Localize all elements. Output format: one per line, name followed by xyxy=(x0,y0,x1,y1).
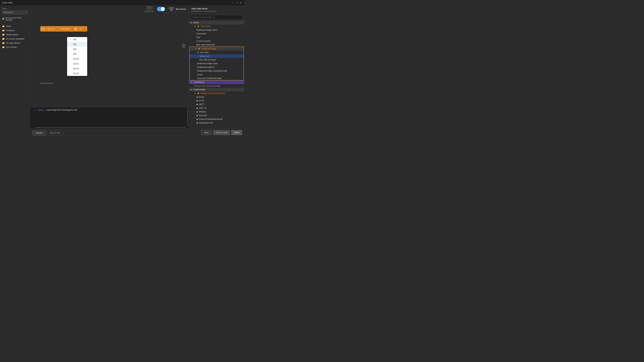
peakboard-edge-name-item[interactable]: Peakboard Edge name xyxy=(189,28,244,32)
code-inner: 1 local _ = data.EdgeTest.TestEdge01.IN0 xyxy=(30,107,189,129)
publish-external-item[interactable]: ▼ ⚡ Publish to external systems xyxy=(189,91,244,95)
nav-item-for-controls[interactable]: 📁 For controls xyxy=(0,45,30,49)
data-section-arrow: ▼ xyxy=(191,22,192,24)
port-arrow-icon: ▼ xyxy=(83,28,84,30)
port-dropdown[interactable]: IN0 ▼ xyxy=(78,27,85,30)
peakboard-edge-name2-item[interactable]: Peakboard Edge name xyxy=(190,62,244,65)
peakboard-edge-name-label: Peakboard Edge name xyxy=(196,29,217,31)
test-edge01-dropdown[interactable]: TestEdge01 ▼ xyxy=(59,27,73,30)
get-value-item[interactable]: ▼ Get value xyxy=(190,51,244,54)
connected-item[interactable]: Connected xyxy=(189,32,244,35)
center-panel: </> Script Mode Block Mode xyxy=(30,5,189,137)
modbus-bullet: ◆ xyxy=(196,111,198,113)
mqtt-item[interactable]: ◆ MQTT xyxy=(189,103,244,106)
get-by-port-label: Get by port xyxy=(200,55,209,57)
peakboard-edge-arrow: ▼ xyxy=(195,48,197,50)
get-usb-text-input-item[interactable]: Get USB text input xyxy=(190,58,244,62)
save-close-button[interactable]: Save & close xyxy=(213,130,230,135)
blocks-xml-button[interactable]: Blocks XML xyxy=(47,130,63,135)
dropdown-item-in1[interactable]: IN1 xyxy=(67,42,87,47)
mode-toggle[interactable] xyxy=(157,7,165,11)
title-bar: Script editor ─ □ ✕ xyxy=(0,0,244,5)
canvas-scrollbar-h[interactable] xyxy=(40,83,54,84)
nav-item-timer[interactable]: 📁 Timer xyxy=(0,24,30,28)
dropdown-item-out2[interactable]: OUT2 xyxy=(67,66,87,71)
nav-item-timer-label: Timer xyxy=(6,25,11,27)
this-event-item[interactable]: ▼ ⚡ This Event xyxy=(189,24,244,28)
block-mode-button[interactable]: Block Mode xyxy=(168,6,186,11)
validate-button[interactable]: Validate xyxy=(32,130,46,135)
nav-item-functions[interactable]: 📁 Functions xyxy=(0,28,30,32)
opc-ua-item[interactable]: ◆ OPC UA xyxy=(189,106,244,110)
was-value-refreshed-item[interactable]: Was value refreshed xyxy=(189,43,244,46)
save-button[interactable]: Save xyxy=(201,130,212,135)
folder-icon: 📁 xyxy=(2,42,5,44)
execute-checkbox[interactable] xyxy=(2,17,4,20)
dropdown-item-in3[interactable]: IN3 xyxy=(67,52,87,56)
canvas-area[interactable]: on EdgeTest ▼ TestEdge01 ▼ get IN0 ▼ xyxy=(30,13,189,107)
close-button-footer[interactable]: Close xyxy=(231,130,242,135)
script-mode-label: Script Mode xyxy=(145,10,154,12)
svg-rect-0 xyxy=(169,7,171,9)
block-on-label: on xyxy=(42,28,44,30)
loop-over-peakboard-edge-item[interactable]: Loop over Peakboard Edge xyxy=(190,76,244,80)
dropdown-item-out0[interactable]: OUT0 xyxy=(67,56,87,61)
edge-test-dropdown[interactable]: EdgeTest ▼ xyxy=(45,27,58,30)
peakboard-edge-id-item[interactable]: Peakboard Edge ID xyxy=(190,65,244,69)
screen1-item[interactable]: Screen1 (No named controls) xyxy=(189,84,244,88)
code-scrollbar-v[interactable] xyxy=(187,108,188,126)
peakboard-edge-connection-state-item[interactable]: Peakboard Edge connection state xyxy=(190,69,244,73)
folder-icon: 📁 xyxy=(2,33,5,36)
type-input[interactable] xyxy=(2,10,28,14)
get-by-port-item[interactable]: Get by port xyxy=(190,54,244,58)
script-mode-button[interactable]: </> Script Mode xyxy=(145,6,154,12)
external-peakboard-boxes-label: External Peakboard Boxes xyxy=(199,118,223,120)
external-peakboard-boxes-item[interactable]: ◆ External Peakboard Boxes xyxy=(189,117,244,121)
rockwell-item[interactable]: ◆ Rockwell xyxy=(189,114,244,117)
in-and-out-ports-label: In and out ports xyxy=(196,40,210,42)
lightning-icon: ⚡ xyxy=(197,25,200,27)
maximize-button[interactable]: □ xyxy=(236,1,238,4)
code-keyword-local: local xyxy=(38,109,43,111)
peakboard-hub-bullet: ◆ xyxy=(196,122,198,124)
peakboard-edge-item[interactable]: ▼ ⚡ Peakboard Edge xyxy=(190,47,244,51)
close-button[interactable]: ✕ xyxy=(240,1,242,4)
dropdown-in0-label: IN0 xyxy=(73,38,76,41)
nav-item-functions-label: Functions xyxy=(6,29,15,32)
block-node[interactable]: on EdgeTest ▼ TestEdge01 ▼ get IN0 ▼ xyxy=(40,26,87,31)
peakboard-hub-item[interactable]: ◆ Peakboard Hub xyxy=(189,121,244,125)
dropdown-item-out3[interactable]: OUT3 xyxy=(67,71,87,76)
trash-icon[interactable]: 🗑 xyxy=(182,43,186,48)
test-edge01-arrow-icon: ▼ xyxy=(71,28,72,30)
nav-item-on-screen-activation[interactable]: 📁 On screen activation xyxy=(0,37,30,41)
add-code-block-sub: Doubleclick on control to add it xyxy=(191,10,242,12)
type-section: Type xyxy=(0,5,30,16)
nav-item-global-events[interactable]: 📁 Global events xyxy=(0,32,30,37)
minimize-button[interactable]: ─ xyxy=(232,1,234,4)
email-item[interactable]: ◆ Email xyxy=(189,95,244,99)
dropdown-out3-label: OUT3 xyxy=(73,72,79,75)
rockwell-bullet: ◆ xyxy=(196,114,198,117)
dropdown-item-in0[interactable]: ✓ IN0 xyxy=(67,37,87,42)
search-input[interactable] xyxy=(191,15,242,19)
svg-rect-1 xyxy=(172,7,174,9)
nav-section: 📁 Timer 📁 Functions 📁 Global events 📁 On… xyxy=(0,23,30,137)
modbus-item[interactable]: ◆ Modbus xyxy=(189,110,244,114)
get-usb-text-input-label: Get USB text input xyxy=(200,59,216,61)
edge-test-arrow-icon: ▼ xyxy=(55,28,57,30)
dropdown-in1-label: IN1 xyxy=(73,43,76,45)
text-item[interactable]: Text xyxy=(189,35,244,39)
controls-section-header: ▼ CONTROLS xyxy=(189,80,244,84)
http-item[interactable]: ◆ HTTP xyxy=(189,99,244,103)
nav-item-on-data-refresh[interactable]: 📁 On data refresh xyxy=(0,41,30,45)
publish-external-label: Publish to external systems xyxy=(200,92,225,94)
dropdown-item-out1[interactable]: OUT1 xyxy=(67,61,87,66)
code-line-1: local _ = data.EdgeTest.TestEdge01.IN0 xyxy=(38,109,77,111)
block-mode-icon xyxy=(168,6,174,11)
dropdown-item-in2[interactable]: IN2 xyxy=(67,47,87,52)
count-item[interactable]: Count xyxy=(190,73,244,76)
code-scrollbar-h[interactable] xyxy=(35,127,186,128)
connected-label: Connected xyxy=(196,32,206,35)
in-and-out-ports-item[interactable]: In and out ports xyxy=(189,39,244,43)
line-number-1: 1 xyxy=(32,109,36,111)
